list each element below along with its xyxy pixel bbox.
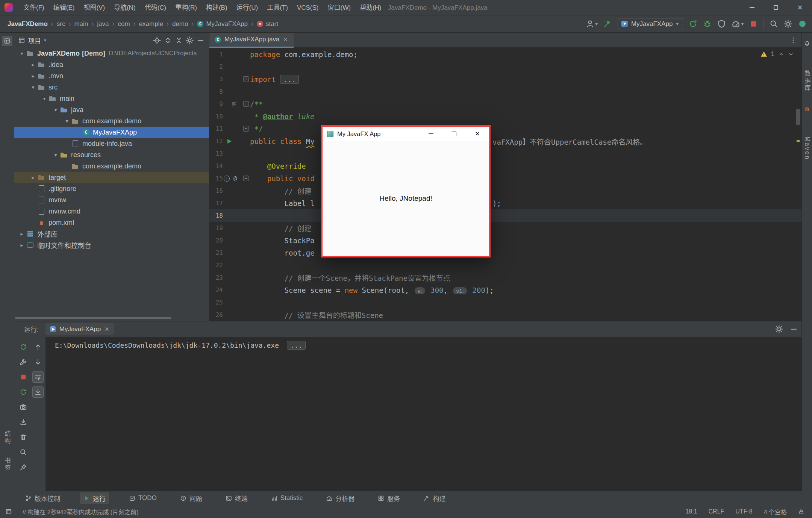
search-everywhere-icon[interactable]	[770, 20, 778, 28]
tree-item[interactable]: ▸.mvn	[14, 70, 209, 82]
tree-chevron-icon[interactable]: ▸	[17, 242, 26, 248]
code-line[interactable]: 13	[209, 147, 801, 160]
javafx-window-titlebar[interactable]: My JavaFX App ×	[323, 127, 489, 141]
run-console[interactable]: E:\Downloads\CodesDownloads\jdk\jdk-17.0…	[46, 337, 812, 491]
tree-chevron-icon[interactable]: ▾	[17, 50, 26, 56]
toolwindow-tab[interactable]: 问题	[177, 492, 206, 504]
tree-item[interactable]: ▸target	[14, 172, 209, 183]
notifications-icon[interactable]	[802, 38, 812, 48]
export-button[interactable]	[18, 417, 29, 428]
breadcrumb-item[interactable]: main	[74, 20, 88, 28]
down-button[interactable]	[32, 356, 44, 368]
pin-button[interactable]	[18, 462, 29, 473]
camera-button[interactable]	[18, 401, 29, 413]
lock-icon[interactable]	[798, 509, 804, 515]
maven-stripe-button[interactable]: m Maven	[804, 105, 810, 160]
code-line[interactable]: 8	[209, 85, 801, 98]
tree-item[interactable]: mpom.xml	[14, 217, 209, 228]
javafx-maximize-button[interactable]	[442, 127, 466, 141]
coverage-button[interactable]	[717, 20, 726, 28]
run-config-select[interactable]: MyJavaFXApp ▾	[618, 18, 683, 30]
gutter-run-icon[interactable]	[227, 135, 232, 147]
inspections-widget[interactable]: 1	[760, 51, 794, 58]
tree-item[interactable]: ▾java	[14, 104, 209, 115]
softwrap-button[interactable]	[32, 371, 44, 383]
hide-run-panel-button[interactable]	[790, 325, 798, 333]
menu-item[interactable]: 构建(B)	[201, 0, 232, 15]
toolwindow-tab[interactable]: 分析器	[323, 492, 358, 504]
tree-chevron-icon[interactable]: ▾	[51, 152, 60, 158]
status-widget[interactable]: 4 个空格	[764, 507, 787, 516]
user-icon[interactable]	[586, 20, 594, 28]
plugin-icon[interactable]	[798, 20, 807, 28]
window-maximize-button[interactable]	[764, 0, 788, 15]
code-line[interactable]: 10 * @author luke	[209, 110, 801, 123]
status-widget[interactable]: CRLF	[709, 508, 724, 515]
expand-all-button[interactable]	[164, 36, 172, 44]
hide-panel-button[interactable]	[197, 36, 205, 44]
code-line[interactable]: 23 // 创建一个Scene，并将StackPane设置为根节点	[209, 271, 801, 284]
tree-item[interactable]: ▸.idea	[14, 59, 209, 70]
toolwindow-tab[interactable]: 终端	[222, 492, 251, 504]
menu-item[interactable]: 帮助(H)	[355, 0, 386, 15]
breadcrumb-item[interactable]: mstart	[257, 20, 278, 28]
debug-button[interactable]	[703, 20, 712, 28]
structure-stripe-button[interactable]: 结构	[3, 430, 12, 445]
breadcrumb-item[interactable]: java	[97, 20, 109, 28]
chevron-down-icon[interactable]: ▾	[44, 38, 46, 43]
collapse-all-button[interactable]	[175, 36, 183, 44]
toolwindow-tab[interactable]: 服务	[374, 492, 403, 504]
menu-item[interactable]: VCS(S)	[292, 0, 323, 15]
breadcrumb-item[interactable]: com	[118, 20, 130, 28]
tree-item[interactable]: ▸外部库	[14, 228, 209, 239]
gutter-fold-minus-icon[interactable]: −	[243, 172, 249, 185]
vertical-scrollbar[interactable]	[796, 109, 800, 125]
code-line[interactable]: 1package com.example.demo;	[209, 48, 801, 61]
javafx-minimize-button[interactable]	[419, 127, 442, 141]
code-line[interactable]: 16 // 创建	[209, 185, 801, 197]
menu-item[interactable]: 重构(R)	[171, 0, 201, 15]
menu-item[interactable]: 视图(V)	[79, 0, 109, 15]
tree-item[interactable]: module-info.java	[14, 138, 209, 149]
code-line[interactable]: 14 @Override	[209, 160, 801, 172]
stop-button[interactable]	[18, 371, 29, 383]
tree-item[interactable]: CMyJavaFXApp	[14, 127, 209, 138]
prev-problem-icon[interactable]	[778, 51, 784, 57]
code-line[interactable]: 12vaFXApp】不符合UpperCamelCase命名风格。public c…	[209, 135, 801, 147]
tree-item[interactable]: ▾src	[14, 82, 209, 93]
tree-item[interactable]: com.example.demo	[14, 161, 209, 172]
breadcrumb-item[interactable]: src	[57, 20, 65, 28]
gutter-at-icon[interactable]: @	[233, 172, 237, 185]
profiler-button[interactable]	[732, 20, 740, 28]
run-settings-gear-icon[interactable]	[775, 325, 783, 333]
code-line[interactable]: 17); Label l	[209, 197, 801, 209]
breadcrumb-item[interactable]: demo	[172, 20, 188, 28]
menu-item[interactable]: 工具(T)	[262, 0, 292, 15]
menu-item[interactable]: 文件(F)	[19, 0, 49, 15]
tree-chevron-icon[interactable]: ▾	[62, 118, 71, 124]
restart-button[interactable]	[18, 386, 29, 398]
code-line[interactable]: 9−/**	[209, 98, 801, 110]
toolwindow-tab[interactable]: 运行	[80, 492, 109, 504]
up-button[interactable]	[32, 341, 44, 353]
project-panel-title[interactable]: 项目	[28, 36, 41, 45]
tree-chevron-icon[interactable]: ▾	[29, 84, 38, 90]
rerun-button[interactable]	[18, 341, 29, 353]
menu-item[interactable]: 窗口(W)	[323, 0, 355, 15]
tree-chevron-icon[interactable]: ▾	[51, 107, 60, 113]
status-widget[interactable]: UTF-8	[735, 508, 752, 515]
code-line[interactable]: 11⌐ */	[209, 123, 801, 135]
breadcrumb-item[interactable]: JavaFXDemo	[8, 20, 48, 28]
search-button[interactable]	[18, 447, 29, 458]
status-widget[interactable]: 18:1	[685, 508, 697, 515]
code-line[interactable]: 19 // 创建	[209, 222, 801, 234]
tree-item[interactable]: ▾resources	[14, 149, 209, 161]
trash-button[interactable]	[18, 432, 29, 443]
console-folded-text[interactable]: ...	[287, 341, 306, 350]
warning-stripe-mark[interactable]	[797, 140, 800, 142]
tree-item[interactable]: .gitignore	[14, 183, 209, 194]
tree-item[interactable]: mvnw	[14, 194, 209, 206]
code-line[interactable]: 18	[209, 209, 801, 222]
scrollend-button[interactable]	[32, 386, 44, 398]
tree-item[interactable]: ▸临时文件和控制台	[14, 239, 209, 251]
